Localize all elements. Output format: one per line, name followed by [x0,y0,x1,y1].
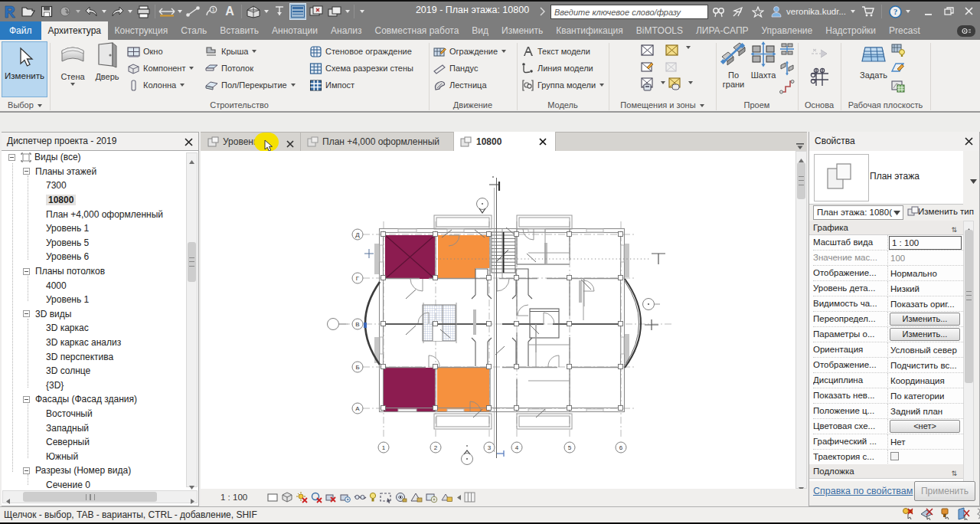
svg-text:В: В [355,321,359,328]
svg-text:5: 5 [568,444,572,451]
svg-text:3: 3 [488,444,492,451]
svg-text:?: ? [893,8,897,16]
svg-text:1: 1 [382,444,386,451]
svg-text:А: А [355,405,360,412]
svg-text:Д: Д [355,231,360,238]
svg-text:Г: Г [356,275,360,282]
svg-text:6: 6 [619,444,623,451]
svg-text:1: 1 [211,6,214,13]
svg-text:4: 4 [515,444,519,451]
svg-text:2: 2 [434,444,438,451]
svg-text:Б: Б [355,364,359,371]
